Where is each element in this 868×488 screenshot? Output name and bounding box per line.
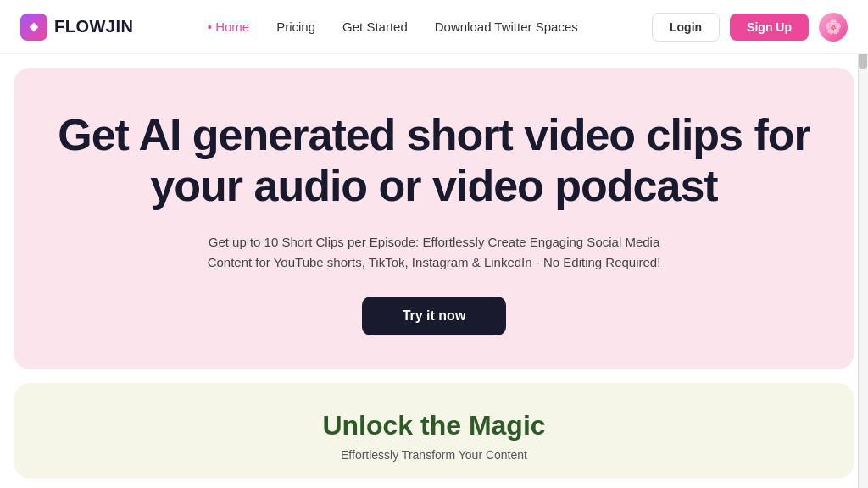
nav-links: Home Pricing Get Started Download Twitte…: [208, 19, 578, 35]
avatar[interactable]: 🌸: [819, 13, 848, 42]
hero-subtitle: Get up to 10 Short Clips per Episode: Ef…: [188, 232, 680, 273]
nav-link-pricing[interactable]: Pricing: [276, 19, 315, 34]
nav-item-home[interactable]: Home: [208, 19, 249, 35]
main-content: Get AI generated short video clips for y…: [0, 54, 868, 479]
nav-link-get-started[interactable]: Get Started: [342, 19, 408, 34]
nav-actions: Login Sign Up 🌸: [652, 13, 848, 42]
logo[interactable]: FLOWJIN: [20, 14, 134, 41]
hero-section: Get AI generated short video clips for y…: [14, 68, 854, 369]
nav-item-pricing[interactable]: Pricing: [276, 19, 315, 35]
unlock-subtitle: Effortlessly Transform Your Content: [47, 448, 821, 462]
try-it-now-button[interactable]: Try it now: [362, 297, 507, 336]
navbar: FLOWJIN Home Pricing Get Started Downloa…: [0, 0, 868, 54]
logo-icon: [20, 14, 47, 41]
unlock-title: Unlock the Magic: [47, 410, 821, 441]
nav-item-download-twitter[interactable]: Download Twitter Spaces: [435, 19, 578, 35]
hero-title: Get AI generated short video clips for y…: [47, 110, 821, 212]
signup-button[interactable]: Sign Up: [730, 14, 809, 41]
nav-item-get-started[interactable]: Get Started: [342, 19, 408, 35]
logo-text: FLOWJIN: [54, 17, 134, 36]
svg-point-0: [31, 25, 36, 29]
scrollbar[interactable]: [858, 0, 868, 488]
unlock-section: Unlock the Magic Effortlessly Transform …: [14, 383, 854, 479]
nav-link-download-twitter[interactable]: Download Twitter Spaces: [435, 19, 578, 34]
nav-link-home[interactable]: Home: [208, 19, 249, 34]
login-button[interactable]: Login: [652, 13, 720, 42]
